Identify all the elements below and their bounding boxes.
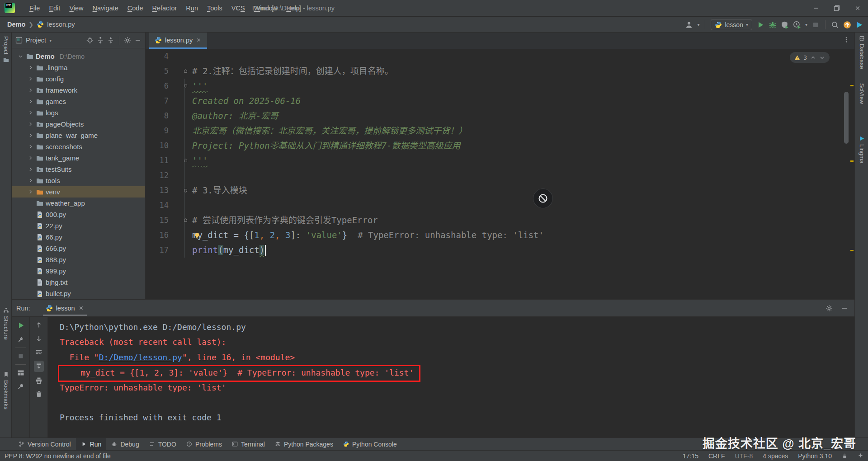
line-number[interactable]: 12 [146,168,169,183]
tree-item-games[interactable]: games [12,96,145,107]
tree-item-66-py[interactable]: 66.py [12,231,145,243]
tree-item-bjhg-txt[interactable]: bjhg.txt [12,277,145,288]
code-line-17[interactable]: 17print(my_dict) [146,243,854,258]
chevron-down-icon[interactable]: ▾ [49,38,52,43]
warning-stripe-mark[interactable] [850,160,854,162]
warning-stripe-mark[interactable] [850,85,854,86]
status-value-utf-8[interactable]: UTF-8 [735,452,753,460]
close-tab-icon[interactable] [196,37,202,43]
tree-item-bullet-py[interactable]: bullet.py [12,288,145,299]
search-everywhere-button[interactable] [831,21,839,29]
menu-tools[interactable]: Tools [203,4,227,13]
menu-code[interactable]: Code [123,4,148,13]
profiler-button[interactable] [793,21,801,29]
close-button[interactable] [847,0,868,16]
fold-gutter[interactable] [169,64,192,79]
tool-stripe-structure[interactable]: Structure [0,307,12,340]
debug-button[interactable] [769,21,777,29]
line-number[interactable]: 9 [146,123,169,138]
breadcrumb-project[interactable]: Demo [7,21,25,28]
fold-gutter[interactable] [169,243,192,258]
collapse-all-button[interactable] [107,37,114,44]
line-number[interactable]: 6 [146,79,169,94]
gear-icon[interactable] [124,37,131,44]
code-line-13[interactable]: 13# 3.导入模块 [146,183,854,198]
maximize-button[interactable] [826,0,847,16]
fold-gutter[interactable] [169,183,192,198]
print-icon[interactable] [35,377,42,384]
wrench-icon[interactable] [17,336,24,343]
gear-icon[interactable] [826,305,833,312]
inspections-widget[interactable]: 3 [790,52,830,63]
line-number[interactable]: 11 [146,153,169,168]
tab-options-icon[interactable] [843,36,850,43]
line-number[interactable]: 5 [146,64,169,79]
tree-item-testsuits[interactable]: testSuits [12,164,145,175]
status-value-17-15[interactable]: 17:15 [683,452,698,460]
run-button[interactable] [756,21,764,29]
tool-stripe-database[interactable]: Database [855,35,868,69]
menu-run[interactable]: Run [181,4,203,13]
fold-gutter[interactable] [169,94,192,108]
fold-gutter[interactable] [169,49,192,64]
up-stack-trace-button[interactable] [35,321,42,329]
tool-window-button-terminal[interactable]: Terminal [227,438,270,451]
clear-console-button[interactable] [35,390,42,398]
code-line-12[interactable]: 12 [146,168,854,183]
tree-item-pageobjects[interactable]: pageObjects [12,118,145,130]
code-line-16[interactable]: 16my_dict = {[1, 2, 3]: 'value'} # TypeE… [146,228,854,243]
rerun-button[interactable] [17,321,25,329]
code-line-8[interactable]: 8@author: 北京-宏哥 [146,108,854,123]
status-value-4-spaces[interactable]: 4 spaces [763,452,788,460]
stop-button[interactable] [811,21,820,29]
tree-item-screenshots[interactable]: screenshots [12,141,145,152]
tool-window-button-python-console[interactable]: Python Console [338,438,402,451]
code-line-7[interactable]: 7Created on 2025-06-16 [146,94,854,108]
warning-stripe-mark[interactable] [850,250,854,251]
minimize-button[interactable] [806,0,826,16]
tool-stripe-bookmarks[interactable]: Bookmarks [0,372,12,409]
tree-item-framework[interactable]: framework [12,85,145,96]
editor-scrollbar[interactable] [844,92,849,144]
fold-gutter[interactable] [169,138,192,153]
menu-file[interactable]: File [25,4,44,13]
fold-gutter[interactable] [169,108,192,123]
line-number[interactable]: 8 [146,108,169,123]
tree-item-demo[interactable]: DemoD:\Demo [12,51,145,62]
menu-navigate[interactable]: Navigate [88,4,123,13]
code-line-15[interactable]: 15# 尝试使用列表作为字典的键会引发TypeError [146,213,854,228]
line-number[interactable]: 10 [146,138,169,153]
code-line-14[interactable]: 14 [146,198,854,213]
breadcrumb-file[interactable]: lesson.py [47,21,75,28]
stop-button[interactable] [17,353,24,360]
tool-window-button-todo[interactable]: TODO [144,438,181,451]
update-notification-icon[interactable] [843,21,851,29]
close-tab-icon[interactable] [78,305,84,311]
tool-window-button-version-control[interactable]: Version Control [14,438,76,451]
code-line-5[interactable]: 5# 2.注释：包括记录创建时间，创建人，项目名称。 [146,64,854,79]
line-number[interactable]: 4 [146,49,169,64]
notifications-icon[interactable] [858,453,863,459]
scroll-to-end-button[interactable] [35,362,42,369]
tree-item-logs[interactable]: logs [12,107,145,118]
tool-stripe-project[interactable]: Project [0,36,12,63]
pin-tab-button[interactable] [17,383,24,390]
fold-gutter[interactable] [169,79,192,94]
tree-item-tank-game[interactable]: tank_game [12,152,145,164]
lingma-icon[interactable] [855,21,863,29]
tree-item-999-py[interactable]: 999.py [12,265,145,277]
fold-gutter[interactable] [169,213,192,228]
locate-file-button[interactable] [86,37,94,44]
tool-stripe-sciview[interactable]: SciView [855,83,868,104]
tool-stripe-lingma[interactable]: Lingma [855,136,868,164]
tree-item-weather-app[interactable]: weather_app [12,198,145,209]
code-line-9[interactable]: 9北京宏哥（微信搜索：北京宏哥，关注宏哥，提前解锁更多测试干货！） [146,123,854,138]
hide-panel-button[interactable] [841,305,848,312]
fold-gutter[interactable] [169,228,192,243]
menu-refactor[interactable]: Refactor [148,4,182,13]
tool-window-button-run[interactable]: Run [76,438,107,451]
tab-lesson-py[interactable]: lesson.py [149,33,207,49]
expand-all-button[interactable] [97,37,104,44]
line-number[interactable]: 17 [146,243,169,258]
project-panel-title[interactable]: Project [26,37,46,44]
